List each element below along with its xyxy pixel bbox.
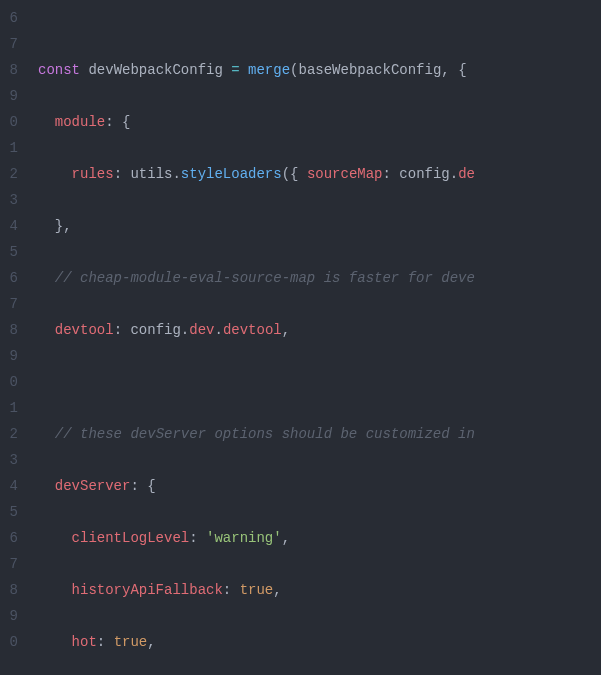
code-area[interactable]: const devWebpackConfig = merge(baseWebpa… — [24, 0, 601, 675]
line-num: 3 — [0, 187, 18, 213]
line-num: 1 — [0, 395, 18, 421]
line-num: 7 — [0, 291, 18, 317]
code-line[interactable]: clientLogLevel: 'warning', — [24, 525, 601, 551]
line-num: 4 — [0, 473, 18, 499]
line-num: 3 — [0, 447, 18, 473]
line-num: 9 — [0, 603, 18, 629]
code-line[interactable]: const devWebpackConfig = merge(baseWebpa… — [24, 57, 601, 83]
line-num: 1 — [0, 135, 18, 161]
line-num: 2 — [0, 161, 18, 187]
code-line[interactable]: hot: true, — [24, 629, 601, 655]
line-num: 0 — [0, 369, 18, 395]
code-line[interactable]: devServer: { — [24, 473, 601, 499]
line-number-gutter: 6 7 8 9 0 1 2 3 4 5 6 7 8 9 0 1 2 3 4 5 … — [0, 0, 24, 675]
code-line[interactable]: module: { — [24, 109, 601, 135]
line-num: 9 — [0, 83, 18, 109]
line-num: 6 — [0, 5, 18, 31]
line-num: 8 — [0, 577, 18, 603]
line-num: 8 — [0, 57, 18, 83]
line-num: 4 — [0, 213, 18, 239]
code-line[interactable]: // cheap-module-eval-source-map is faste… — [24, 265, 601, 291]
code-line[interactable] — [24, 369, 601, 395]
code-line[interactable]: devtool: config.dev.devtool, — [24, 317, 601, 343]
line-num: 5 — [0, 239, 18, 265]
code-line[interactable]: }, — [24, 213, 601, 239]
line-num: 7 — [0, 31, 18, 57]
code-line[interactable]: // these devServer options should be cus… — [24, 421, 601, 447]
line-num: 2 — [0, 421, 18, 447]
code-editor[interactable]: 6 7 8 9 0 1 2 3 4 5 6 7 8 9 0 1 2 3 4 5 … — [0, 0, 601, 675]
code-line[interactable]: historyApiFallback: true, — [24, 577, 601, 603]
line-num: 6 — [0, 265, 18, 291]
line-num: 8 — [0, 317, 18, 343]
code-line[interactable]: rules: utils.styleLoaders({ sourceMap: c… — [24, 161, 601, 187]
line-num: 9 — [0, 343, 18, 369]
line-num: 0 — [0, 629, 18, 655]
line-num: 0 — [0, 109, 18, 135]
line-num: 6 — [0, 525, 18, 551]
line-num: 5 — [0, 499, 18, 525]
line-num: 7 — [0, 551, 18, 577]
